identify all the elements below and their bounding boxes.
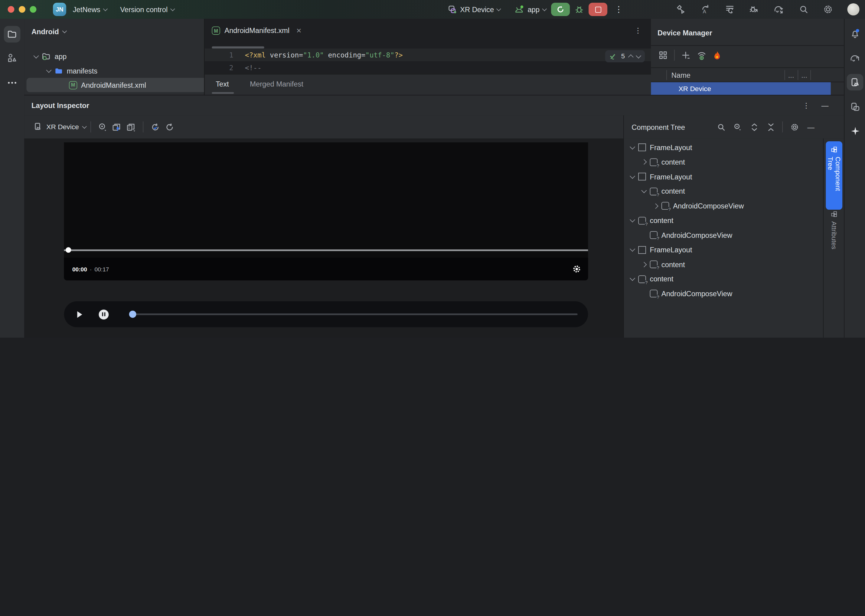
component-tree-node[interactable]: FrameLayout <box>624 243 824 257</box>
inspector-minimize-icon[interactable]: — <box>821 101 829 110</box>
expand-all-icon[interactable] <box>747 120 761 134</box>
debug-button[interactable] <box>575 5 584 14</box>
firebase-icon[interactable] <box>713 50 721 60</box>
video-progress-thumb[interactable] <box>66 247 71 253</box>
component-tree-node[interactable]: FrameLayout <box>624 140 824 155</box>
inspector-device-selector[interactable]: XR Device <box>34 123 86 131</box>
live-updates-button[interactable] <box>148 120 162 134</box>
android-icon <box>515 5 524 14</box>
device-manager-button[interactable] <box>847 74 863 90</box>
project-tool-button[interactable] <box>4 26 20 42</box>
gemini-button[interactable] <box>847 123 863 139</box>
project-node-manifests[interactable]: manifests <box>47 64 97 78</box>
run-more-kebab[interactable]: ⋮ <box>615 5 623 14</box>
chevron-down-icon[interactable] <box>630 276 635 281</box>
search-icon[interactable] <box>799 5 809 14</box>
column-ellipsis-2[interactable]: ... <box>801 71 807 79</box>
running-devices-button[interactable] <box>847 98 863 115</box>
component-tree-node[interactable]: AndroidComposeView <box>624 199 824 213</box>
pause-button[interactable] <box>99 309 108 319</box>
component-tree-node[interactable]: content <box>624 155 824 170</box>
version-control-menu[interactable]: Version control <box>120 5 174 13</box>
tree-search-icon[interactable] <box>714 120 728 134</box>
component-tree-node[interactable]: AndroidComposeView <box>624 228 824 242</box>
editor-tab-androidmanifest[interactable]: M AndroidManifest.xml ✕ <box>212 27 301 35</box>
video-progress-track[interactable] <box>64 249 588 251</box>
component-tree-node[interactable]: content <box>624 257 824 272</box>
tab-text[interactable]: Text <box>216 80 229 88</box>
snapshot-load-button[interactable] <box>124 120 138 134</box>
audio-player[interactable] <box>64 301 588 327</box>
component-tree-node[interactable]: FrameLayout <box>624 170 824 184</box>
add-device-icon[interactable] <box>681 51 690 60</box>
audio-slider-track[interactable] <box>132 313 578 315</box>
gear-icon[interactable] <box>823 5 833 14</box>
project-menu[interactable]: JetNews <box>73 5 107 13</box>
chevron-right-icon[interactable] <box>641 159 647 165</box>
tree-settings-gear-icon[interactable] <box>787 120 802 134</box>
rerun-button[interactable] <box>551 3 570 16</box>
component-tree-node[interactable]: content <box>624 213 824 228</box>
chevron-down-icon[interactable] <box>630 144 635 149</box>
project-node-app[interactable]: app <box>34 49 66 63</box>
column-ellipsis-1[interactable]: ... <box>788 71 794 79</box>
resource-manager-tool-button[interactable] <box>4 50 20 66</box>
collapse-all-icon[interactable] <box>763 120 778 134</box>
component-tree-node[interactable]: content <box>624 184 824 198</box>
run-configuration-selector[interactable]: app <box>515 5 546 14</box>
view-options-button[interactable] <box>96 120 110 134</box>
inspector-options-kebab[interactable]: ⋮ <box>803 101 810 110</box>
chevron-right-icon[interactable] <box>653 203 658 209</box>
component-tree-node[interactable]: content <box>624 272 824 286</box>
column-name[interactable]: Name <box>672 71 691 79</box>
framelayout-icon <box>638 144 646 152</box>
vtab-component-tree[interactable]: Component Tree <box>826 141 842 210</box>
code-line-1[interactable]: 1 <?xml version="1.0" encoding="utf-8"?> <box>205 49 651 61</box>
more-tool-windows-button[interactable] <box>4 74 20 91</box>
component-tree-node[interactable]: AndroidComposeView <box>624 286 824 301</box>
chevron-down-icon[interactable] <box>630 173 635 179</box>
tab-merged-manifest[interactable]: Merged Manifest <box>250 80 303 88</box>
inspector-canvas[interactable]: 00:00 · 00:17 Theories about Saturn's ri… <box>24 138 623 338</box>
gradle-button[interactable] <box>847 50 863 66</box>
tree-minimize-icon[interactable]: — <box>804 120 818 134</box>
chevron-down-icon[interactable] <box>630 217 635 222</box>
gradle-sync-icon[interactable] <box>773 5 784 14</box>
notifications-button[interactable] <box>847 25 863 42</box>
vtab-attributes[interactable]: Attributes <box>826 206 842 267</box>
audio-slider-thumb[interactable] <box>129 310 137 318</box>
project-view-selector[interactable]: Android <box>31 28 66 36</box>
editor-hscrollbar[interactable] <box>212 46 264 49</box>
window-minimize-button[interactable] <box>19 6 25 13</box>
sync-live-icon <box>150 122 160 132</box>
node-label: AndroidComposeView <box>673 202 744 210</box>
prev-issue-icon[interactable] <box>628 55 633 60</box>
window-close-button[interactable] <box>8 6 14 13</box>
next-issue-icon[interactable] <box>636 53 641 58</box>
device-row-xr-device[interactable]: XR Device <box>651 82 831 95</box>
profiler-icon[interactable] <box>725 5 735 14</box>
tree-filter-eye-icon[interactable] <box>730 120 745 134</box>
code-line-2[interactable]: 2 <!-- <box>205 61 651 74</box>
inspections-widget[interactable]: 5 <box>605 50 645 62</box>
chevron-down-icon[interactable] <box>630 246 635 252</box>
chevron-down-icon[interactable] <box>641 188 647 193</box>
video-player[interactable]: 00:00 · 00:17 <box>64 143 588 280</box>
stop-button[interactable] <box>589 3 607 16</box>
grid-icon[interactable] <box>659 51 667 60</box>
project-node-androidmanifest[interactable]: M AndroidManifest.xml <box>69 78 146 92</box>
attach-debugger-icon[interactable] <box>749 5 759 14</box>
snapshot-export-button[interactable] <box>110 120 124 134</box>
window-zoom-button[interactable] <box>30 6 36 13</box>
pair-wifi-icon[interactable] <box>697 50 707 60</box>
device-selector[interactable]: XR Device <box>448 5 501 14</box>
build-hammer-icon[interactable] <box>676 5 686 14</box>
refactor-icon[interactable]: A <box>700 5 710 14</box>
video-settings-gear-icon[interactable] <box>573 265 581 273</box>
play-icon[interactable] <box>77 311 82 318</box>
avatar[interactable] <box>848 3 860 16</box>
close-icon[interactable]: ✕ <box>296 27 301 35</box>
editor-options-kebab[interactable]: ⋮ <box>634 27 642 35</box>
chevron-right-icon[interactable] <box>641 262 647 267</box>
refresh-button[interactable] <box>162 120 176 134</box>
